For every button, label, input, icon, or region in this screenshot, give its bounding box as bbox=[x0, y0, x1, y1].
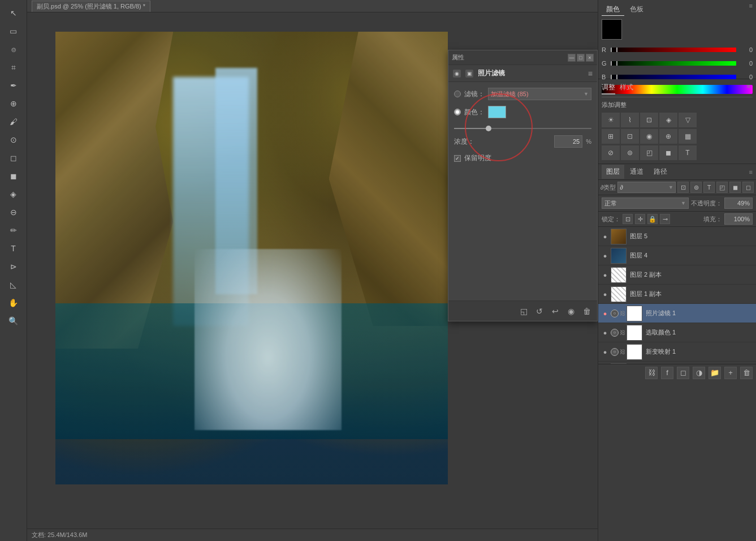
layer-item-1copy[interactable]: ● 图层 1 副本 bbox=[598, 285, 756, 304]
tool-brush[interactable]: 🖌 bbox=[3, 113, 24, 130]
r-slider[interactable] bbox=[611, 48, 736, 52]
tool-spot-heal[interactable]: ⊕ bbox=[3, 95, 24, 112]
tool-lasso[interactable]: ⌾ bbox=[3, 41, 24, 58]
layers-search-toggle[interactable]: ◻ bbox=[742, 182, 754, 193]
adj-panel-menu[interactable]: ≡ bbox=[747, 83, 750, 89]
color-radio[interactable] bbox=[454, 109, 461, 115]
tool-eraser[interactable]: ◻ bbox=[3, 149, 24, 166]
panel-layer-icon[interactable]: ▣ bbox=[465, 70, 473, 78]
adj-posterize[interactable]: ⊚ bbox=[621, 145, 639, 160]
r-thumb[interactable] bbox=[611, 48, 617, 52]
opacity-input[interactable]: 49% bbox=[724, 197, 753, 209]
tool-pen[interactable]: ✏ bbox=[3, 222, 24, 239]
lock-pixel-btn[interactable]: ⊡ bbox=[623, 214, 633, 224]
slider-thumb[interactable] bbox=[486, 126, 491, 131]
layers-panel-menu[interactable]: ≡ bbox=[749, 169, 753, 175]
panel-menu-icon[interactable]: ≡ bbox=[588, 69, 593, 78]
color-panel-menu[interactable]: ≡ bbox=[749, 2, 753, 9]
b-slider[interactable] bbox=[611, 75, 736, 79]
layer-item-photofilter[interactable]: ● ○ ⛓ 照片滤镜 1 bbox=[598, 304, 756, 323]
panel-delete-icon[interactable]: 🗑 bbox=[581, 306, 593, 317]
adj-hue[interactable]: ▽ bbox=[679, 113, 697, 127]
lock-all-btn[interactable]: 🔒 bbox=[647, 214, 658, 224]
tool-clone[interactable]: ⊙ bbox=[3, 131, 24, 148]
tool-zoom[interactable]: 🔍 bbox=[3, 312, 24, 329]
layer-group-btn[interactable]: 📁 bbox=[709, 367, 721, 379]
minimize-btn[interactable]: — bbox=[568, 54, 576, 62]
tool-eyedropper[interactable]: ✒ bbox=[3, 77, 24, 94]
layer-item-gradientmap[interactable]: ● ○ ⛓ 新变映射 1 bbox=[598, 342, 756, 362]
tool-hand[interactable]: ✋ bbox=[3, 294, 24, 311]
adj-gradientmap[interactable]: ◼ bbox=[659, 145, 677, 160]
layer-4-visibility[interactable]: ● bbox=[601, 251, 610, 260]
tool-blur[interactable]: ◈ bbox=[3, 186, 24, 203]
layer-gradientmap-visibility[interactable]: ● bbox=[601, 347, 610, 357]
layer-sc-icon[interactable]: ○ bbox=[611, 329, 619, 337]
panel-eye-icon[interactable]: ◉ bbox=[565, 306, 577, 317]
layer-style-btn[interactable]: f bbox=[661, 367, 673, 379]
color-swatch[interactable] bbox=[488, 106, 506, 118]
tool-dodge[interactable]: ⊖ bbox=[3, 204, 24, 221]
panel-back-icon[interactable]: ↩ bbox=[550, 306, 561, 317]
foreground-swatch[interactable] bbox=[602, 19, 622, 40]
blend-mode-select[interactable]: 正常 ▼ bbox=[602, 197, 689, 209]
layers-search-btn5[interactable]: ◼ bbox=[729, 182, 741, 193]
filter-radio[interactable] bbox=[454, 91, 461, 97]
panel-new-icon[interactable]: ◱ bbox=[518, 306, 529, 317]
adj-photofilter[interactable]: ⊡ bbox=[621, 129, 639, 144]
layer-mask-icon[interactable]: ○ bbox=[611, 310, 619, 317]
density-input[interactable]: 25 bbox=[554, 135, 582, 148]
adj-colorbalance[interactable]: ⊞ bbox=[602, 129, 620, 144]
tab-paths[interactable]: 路径 bbox=[649, 165, 672, 179]
layer-delete-btn[interactable]: 🗑 bbox=[740, 367, 753, 379]
layer-5-visibility[interactable]: ● bbox=[601, 232, 610, 241]
tab-layers[interactable]: 图层 bbox=[602, 165, 624, 179]
tool-shape[interactable]: ◺ bbox=[3, 276, 24, 293]
tool-move[interactable]: ↖ bbox=[3, 5, 24, 22]
adj-invert[interactable]: ⊘ bbox=[602, 145, 620, 160]
kind-select[interactable]: ∂ ▼ bbox=[617, 182, 676, 193]
tab-color[interactable]: 颜色 bbox=[602, 3, 624, 16]
tab-adjustments[interactable]: 调整 bbox=[602, 83, 615, 95]
close-btn[interactable]: × bbox=[586, 54, 594, 62]
layers-search-btn3[interactable]: T bbox=[703, 182, 715, 193]
adj-brightness[interactable]: ☀ bbox=[602, 113, 620, 127]
b-thumb[interactable] bbox=[611, 75, 617, 79]
adj-colorlookup[interactable]: ⊕ bbox=[659, 129, 677, 144]
panel-reset-icon[interactable]: ↺ bbox=[534, 306, 545, 317]
lock-art-btn[interactable]: ⊸ bbox=[660, 214, 670, 224]
panel-visibility-icon[interactable]: ◉ bbox=[453, 70, 461, 78]
layer-gm-icon[interactable]: ○ bbox=[611, 348, 619, 356]
tool-crop[interactable]: ⌗ bbox=[3, 59, 24, 76]
filter-select[interactable]: 加温滤镜 (85) ▼ bbox=[488, 88, 591, 100]
adj-selectivecolor[interactable]: ◰ bbox=[640, 145, 658, 160]
layers-search-btn4[interactable]: ◰ bbox=[716, 182, 728, 193]
tab-channels[interactable]: 通道 bbox=[625, 165, 648, 179]
g-thumb[interactable] bbox=[611, 61, 617, 66]
tool-text[interactable]: T bbox=[3, 240, 24, 257]
layer-mask-btn[interactable]: ◻ bbox=[677, 367, 689, 379]
tool-marquee[interactable]: ▭ bbox=[3, 23, 24, 40]
density-slider[interactable] bbox=[454, 124, 591, 133]
layer-1copy-visibility[interactable]: ● bbox=[601, 290, 610, 299]
adj-curves[interactable]: ⌇ bbox=[621, 113, 639, 127]
adj-exposure[interactable]: ⊡ bbox=[640, 113, 658, 127]
layers-search-btn2[interactable]: ⊚ bbox=[690, 182, 702, 193]
adj-channelmix[interactable]: ◉ bbox=[640, 129, 658, 144]
layer-new-btn[interactable]: + bbox=[724, 367, 737, 379]
layer-item-2copy[interactable]: ● 图层 2 副本 bbox=[598, 265, 756, 285]
layer-adj-btn[interactable]: ◑ bbox=[693, 367, 705, 379]
maximize-btn[interactable]: □ bbox=[577, 54, 585, 62]
adj-threshold[interactable]: ▦ bbox=[679, 129, 697, 144]
layer-item-selectivecolor[interactable]: ● ○ ⛓ 选取颜色 1 bbox=[598, 323, 756, 342]
document-tab[interactable]: 副贝.psd @ 25% (照片滤镜 1, RGB/8) * bbox=[32, 1, 150, 12]
layer-item-5[interactable]: ● 图层 5 bbox=[598, 227, 756, 246]
layer-selectivecolor-visibility[interactable]: ● bbox=[601, 328, 610, 337]
layer-2copy-visibility[interactable]: ● bbox=[601, 270, 610, 280]
layer-photofilter-visibility[interactable]: ● bbox=[601, 309, 610, 318]
adj-extra[interactable]: T bbox=[679, 145, 697, 160]
preserve-checkbox[interactable] bbox=[454, 155, 461, 162]
tab-swatches[interactable]: 色板 bbox=[625, 3, 648, 16]
tab-styles[interactable]: 样式 bbox=[620, 83, 633, 95]
layer-link-btn[interactable]: ⛓ bbox=[645, 367, 658, 379]
